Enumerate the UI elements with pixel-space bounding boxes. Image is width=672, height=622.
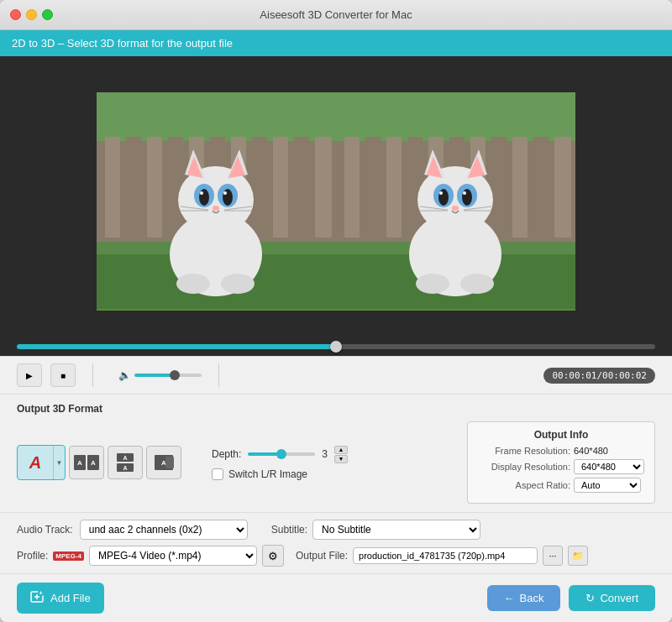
volume-icon: 🔈 bbox=[118, 369, 131, 381]
minimize-button[interactable] bbox=[26, 9, 37, 20]
action-buttons: ← Back ↻ Convert bbox=[487, 585, 655, 611]
subtitle-label: Subtitle: bbox=[271, 524, 307, 536]
display-resolution-select[interactable]: 640*480 1280*720 1920*1080 bbox=[574, 459, 644, 474]
instruction-bar: 2D to 3D – Select 3D format for the outp… bbox=[0, 30, 672, 56]
svg-point-59 bbox=[439, 191, 443, 195]
svg-point-32 bbox=[176, 274, 210, 294]
profile-output-row: Profile: MPEG-4 MPEG-4 Video (*.mp4) ⚙ O… bbox=[17, 545, 655, 567]
svg-rect-11 bbox=[294, 137, 309, 238]
audio-track-select[interactable]: und aac 2 channels (0x2) bbox=[80, 520, 248, 540]
svg-rect-38 bbox=[386, 137, 402, 238]
svg-rect-36 bbox=[344, 137, 360, 238]
svg-point-60 bbox=[463, 191, 466, 195]
seek-thumb bbox=[330, 341, 342, 353]
depth-row: Depth: 3 ▲ ▼ bbox=[212, 446, 348, 463]
profile-settings-button[interactable]: ⚙ bbox=[262, 545, 284, 567]
subtitle-row: Subtitle: No Subtitle bbox=[271, 520, 480, 540]
depth-increment[interactable]: ▲ bbox=[334, 446, 348, 454]
depth-decrement[interactable]: ▼ bbox=[334, 455, 348, 463]
svg-rect-37 bbox=[365, 137, 381, 238]
audio-track-row: Audio Track: und aac 2 channels (0x2) Su… bbox=[17, 520, 655, 540]
output-file-dots-button[interactable]: ··· bbox=[543, 546, 563, 566]
output-file-label: Output File: bbox=[296, 550, 348, 562]
svg-rect-3 bbox=[126, 137, 141, 238]
depth-label: Depth: bbox=[212, 448, 241, 460]
mpeg-badge: MPEG-4 bbox=[53, 551, 84, 561]
video-frame-right bbox=[336, 92, 575, 311]
svg-point-33 bbox=[221, 274, 255, 294]
svg-rect-44 bbox=[512, 137, 528, 238]
volume-slider[interactable] bbox=[134, 374, 202, 377]
add-file-button[interactable]: + Add File bbox=[17, 583, 104, 614]
side-by-side-format-button[interactable]: A A bbox=[69, 446, 104, 479]
video-area bbox=[0, 56, 672, 337]
aspect-ratio-row: Aspect Ratio: Auto 4:3 16:9 bbox=[478, 478, 644, 493]
titlebar: Aiseesoft 3D Converter for Mac bbox=[0, 0, 672, 30]
divider-2 bbox=[218, 363, 219, 387]
add-file-icon: + bbox=[30, 589, 45, 607]
top-bottom-format-button[interactable]: A A bbox=[108, 446, 143, 479]
frame-resolution-row: Frame Resolution: 640*480 bbox=[478, 446, 644, 456]
close-button[interactable] bbox=[10, 9, 21, 20]
anaglyph-format-button[interactable]: A ▼ bbox=[17, 445, 66, 480]
profile-select[interactable]: MPEG-4 Video (*.mp4) bbox=[89, 546, 257, 566]
switch-lr-checkbox[interactable] bbox=[212, 468, 223, 480]
time-display: 00:00:01/00:00:02 bbox=[543, 368, 655, 384]
volume-area: 🔈 bbox=[118, 369, 202, 381]
svg-point-66 bbox=[416, 274, 449, 294]
video-frame-left bbox=[97, 92, 336, 311]
svg-point-61 bbox=[452, 206, 459, 211]
ellipsis-icon: ··· bbox=[549, 551, 556, 561]
aspect-ratio-select[interactable]: Auto 4:3 16:9 bbox=[574, 478, 641, 493]
back-label: Back bbox=[520, 592, 544, 604]
video-container bbox=[97, 92, 575, 311]
svg-point-57 bbox=[438, 189, 449, 206]
svg-rect-12 bbox=[315, 137, 332, 238]
anaglyph-dropdown-arrow[interactable]: ▼ bbox=[53, 446, 65, 479]
svg-rect-9 bbox=[252, 137, 267, 238]
maximize-button[interactable] bbox=[42, 9, 53, 20]
svg-rect-45 bbox=[533, 137, 549, 238]
depth-slider[interactable] bbox=[248, 452, 315, 456]
stop-icon: ■ bbox=[60, 371, 66, 380]
svg-point-58 bbox=[462, 189, 472, 206]
svg-point-24 bbox=[223, 189, 233, 206]
svg-rect-4 bbox=[147, 137, 162, 238]
instruction-text: 2D to 3D – Select 3D format for the outp… bbox=[12, 37, 233, 50]
profile-icon: MPEG-4 bbox=[53, 551, 84, 561]
output-file-folder-button[interactable]: 📁 bbox=[568, 546, 588, 566]
convert-button[interactable]: ↻ Convert bbox=[569, 585, 655, 611]
stop-button[interactable]: ■ bbox=[50, 363, 76, 387]
switch-lr-label: Switch L/R Image bbox=[228, 468, 307, 480]
svg-point-25 bbox=[200, 191, 203, 195]
frame-resolution-value: 640*480 bbox=[574, 446, 608, 456]
svg-point-16 bbox=[178, 166, 254, 233]
subtitle-select[interactable]: No Subtitle bbox=[312, 520, 480, 540]
svg-rect-43 bbox=[491, 137, 507, 238]
back-button[interactable]: ← Back bbox=[487, 585, 561, 611]
app-window: Aiseesoft 3D Converter for Mac 2D to 3D … bbox=[0, 0, 672, 622]
controls-bar: ▶ ■ 🔈 00:00:01/00:00:02 bbox=[0, 356, 672, 394]
format-options: A ▼ A A bbox=[17, 445, 181, 480]
output-info-title: Output Info bbox=[478, 429, 644, 441]
split-format-button[interactable]: A bbox=[146, 446, 181, 479]
svg-point-23 bbox=[199, 189, 209, 206]
format-row: A ▼ A A bbox=[17, 421, 655, 504]
svg-point-27 bbox=[213, 206, 219, 211]
add-file-label: Add File bbox=[50, 592, 91, 604]
divider-1 bbox=[92, 363, 93, 387]
svg-point-26 bbox=[223, 191, 227, 195]
volume-thumb bbox=[170, 370, 180, 380]
output-info-panel: Output Info Frame Resolution: 640*480 Di… bbox=[467, 421, 655, 504]
seek-bar[interactable] bbox=[17, 344, 655, 349]
depth-stepper[interactable]: ▲ ▼ bbox=[334, 446, 348, 463]
traffic-lights bbox=[10, 9, 53, 20]
anaglyph-icon: A bbox=[18, 446, 53, 479]
depth-thumb bbox=[276, 449, 286, 459]
svg-rect-46 bbox=[554, 137, 571, 238]
svg-point-50 bbox=[417, 166, 493, 233]
play-icon: ▶ bbox=[26, 371, 33, 380]
folder-icon: 📁 bbox=[572, 551, 584, 562]
profile-label: Profile: bbox=[17, 550, 48, 562]
play-button[interactable]: ▶ bbox=[17, 363, 42, 387]
